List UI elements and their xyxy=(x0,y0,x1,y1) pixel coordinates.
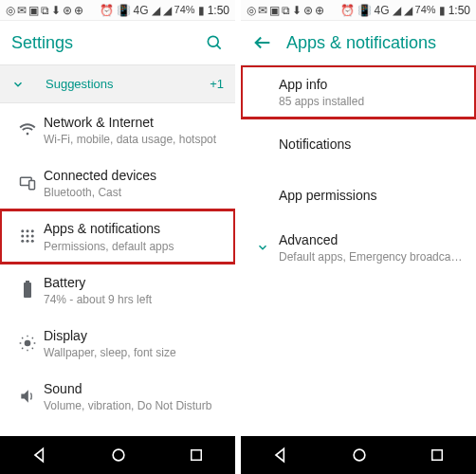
image-icon: ▣ xyxy=(28,5,39,16)
nav-recent-button[interactable] xyxy=(429,447,446,464)
row-advanced[interactable]: Advanced Default apps, Emergency broadca… xyxy=(241,221,476,274)
row-sub: Volume, vibration, Do Not Disturb xyxy=(44,399,224,412)
nav-home-button[interactable] xyxy=(350,446,369,465)
android-navbar xyxy=(0,436,235,474)
svg-point-0 xyxy=(208,36,218,46)
row-label: Battery xyxy=(44,274,224,291)
vibrate-icon: 📳 xyxy=(357,5,372,16)
svg-point-20 xyxy=(113,449,124,461)
phone-right: ◎ ✉ ▣ ⧉ ⬇ ⊛ ⊕ ⏰ 📳 4G ◢ ◢ 74% ▮ 1:50 Apps… xyxy=(241,0,476,474)
sound-icon xyxy=(11,387,44,406)
row-label: Display xyxy=(44,327,224,344)
mail-icon: ✉ xyxy=(258,5,267,16)
svg-point-8 xyxy=(27,235,29,238)
row-label: Connected devices xyxy=(44,167,224,184)
more-icon: ⊕ xyxy=(74,5,83,16)
row-label: App info xyxy=(279,76,465,93)
svg-point-6 xyxy=(31,230,34,233)
row-sub: Default apps, Emergency broadcasts, Spec… xyxy=(279,250,465,264)
row-notifications[interactable]: Notifications xyxy=(241,118,476,170)
chevron-down-icon xyxy=(247,241,279,254)
android-navbar xyxy=(241,436,476,474)
battery-icon xyxy=(11,281,44,300)
status-notifications: ◎ ✉ ▣ ⧉ ⬇ ⊛ ⊕ xyxy=(247,5,324,16)
battery-icon: ▮ xyxy=(198,5,205,16)
svg-point-23 xyxy=(354,449,365,461)
svg-rect-14 xyxy=(26,281,29,283)
row-label: Advanced xyxy=(279,231,465,248)
devices-icon xyxy=(11,173,44,192)
row-label: Network & Internet xyxy=(44,114,224,131)
svg-point-9 xyxy=(31,235,34,238)
signal-icon-2: ◢ xyxy=(163,5,172,16)
download-icon: ⬇ xyxy=(51,5,61,16)
mail-icon: ✉ xyxy=(17,5,27,16)
row-sub: 85 apps installed xyxy=(279,95,465,108)
row-apps-notifications[interactable]: Apps & notifications Permissions, defaul… xyxy=(0,210,235,263)
alarm-icon: ⏰ xyxy=(340,5,355,16)
nav-home-button[interactable] xyxy=(109,446,128,465)
phone-left: ◎ ✉ ▣ ⧉ ⬇ ⊛ ⊕ ⏰ 📳 4G ◢ ◢ 74% ▮ 1:50 Sett… xyxy=(0,0,235,474)
signal-icon-2: ◢ xyxy=(404,5,412,16)
row-label: Notifications xyxy=(279,136,465,153)
row-sub: Permissions, default apps xyxy=(44,240,224,253)
row-label: Apps & notifications xyxy=(44,220,224,237)
vibrate-icon: 📳 xyxy=(117,5,131,16)
dropbox-icon: ⧉ xyxy=(41,5,49,16)
status-time: 1:50 xyxy=(449,5,470,16)
row-sub: 74% - about 9 hrs left xyxy=(44,293,224,306)
row-sub: Wi-Fi, mobile, data usage, hotspot xyxy=(44,133,224,146)
status-bar: ◎ ✉ ▣ ⧉ ⬇ ⊛ ⊕ ⏰ 📳 4G ◢ ◢ 74% ▮ 1:50 xyxy=(241,0,476,21)
download-icon: ⬇ xyxy=(292,5,302,16)
signal-type: 4G xyxy=(134,5,149,16)
status-bar: ◎ ✉ ▣ ⧉ ⬇ ⊛ ⊕ ⏰ 📳 4G ◢ ◢ 74% ▮ 1:50 xyxy=(0,0,235,21)
suggestions-row[interactable]: Suggestions +1 xyxy=(0,65,235,103)
alarm-icon: ⏰ xyxy=(100,5,114,16)
sync-icon: ⊛ xyxy=(303,5,313,16)
row-sound[interactable]: Sound Volume, vibration, Do Not Disturb xyxy=(0,370,235,423)
svg-point-10 xyxy=(21,240,24,243)
signal-icon: ◢ xyxy=(152,5,160,16)
svg-point-4 xyxy=(21,230,24,233)
svg-point-15 xyxy=(25,340,31,347)
page-title: Apps & notifications xyxy=(286,33,465,53)
row-label: App permissions xyxy=(279,187,465,204)
signal-type: 4G xyxy=(375,5,390,16)
row-connected-devices[interactable]: Connected devices Bluetooth, Cast xyxy=(0,156,235,210)
display-icon xyxy=(11,334,44,353)
svg-point-7 xyxy=(21,235,24,238)
row-network-internet[interactable]: Network & Internet Wi-Fi, mobile, data u… xyxy=(0,103,235,156)
battery-percent: 74% xyxy=(174,5,195,15)
status-notifications: ◎ ✉ ▣ ⧉ ⬇ ⊛ ⊕ xyxy=(6,5,83,16)
row-battery[interactable]: Battery 74% - about 9 hrs left xyxy=(0,264,235,317)
search-icon[interactable] xyxy=(205,33,224,52)
battery-percent: 74% xyxy=(415,5,436,15)
svg-line-1 xyxy=(217,46,221,49)
row-sub: Wallpaper, sleep, font size xyxy=(44,346,224,359)
wifi-icon xyxy=(11,120,44,139)
svg-rect-21 xyxy=(192,450,202,461)
nav-back-button[interactable] xyxy=(30,446,49,465)
svg-rect-13 xyxy=(24,283,31,298)
row-app-permissions[interactable]: App permissions xyxy=(241,170,476,221)
row-display[interactable]: Display Wallpaper, sleep, font size xyxy=(0,317,235,370)
nav-recent-button[interactable] xyxy=(188,447,205,464)
whatsapp-icon: ◎ xyxy=(247,5,256,16)
suggestions-label: Suggestions xyxy=(46,77,210,91)
row-app-info[interactable]: App info 85 apps installed xyxy=(241,65,476,118)
status-system: ⏰ 📳 4G ◢ ◢ 74% ▮ 1:50 xyxy=(340,5,470,16)
appbar: Apps & notifications xyxy=(241,21,476,64)
dropbox-icon: ⧉ xyxy=(282,5,290,16)
image-icon: ▣ xyxy=(269,5,280,16)
back-icon[interactable] xyxy=(252,32,273,53)
more-icon: ⊕ xyxy=(315,5,324,16)
settings-list[interactable]: Suggestions +1 Network & Internet Wi-Fi,… xyxy=(0,65,235,436)
row-sub: Bluetooth, Cast xyxy=(44,186,224,199)
nav-back-button[interactable] xyxy=(271,446,290,465)
whatsapp-icon: ◎ xyxy=(6,5,15,16)
page-title: Settings xyxy=(11,33,192,53)
signal-icon: ◢ xyxy=(393,5,401,16)
apps-grid-icon xyxy=(11,228,44,245)
apps-notifications-list[interactable]: App info 85 apps installed Notifications… xyxy=(241,65,476,436)
row-storage[interactable]: Storage 63% used - 11.75 GB free xyxy=(0,423,235,436)
